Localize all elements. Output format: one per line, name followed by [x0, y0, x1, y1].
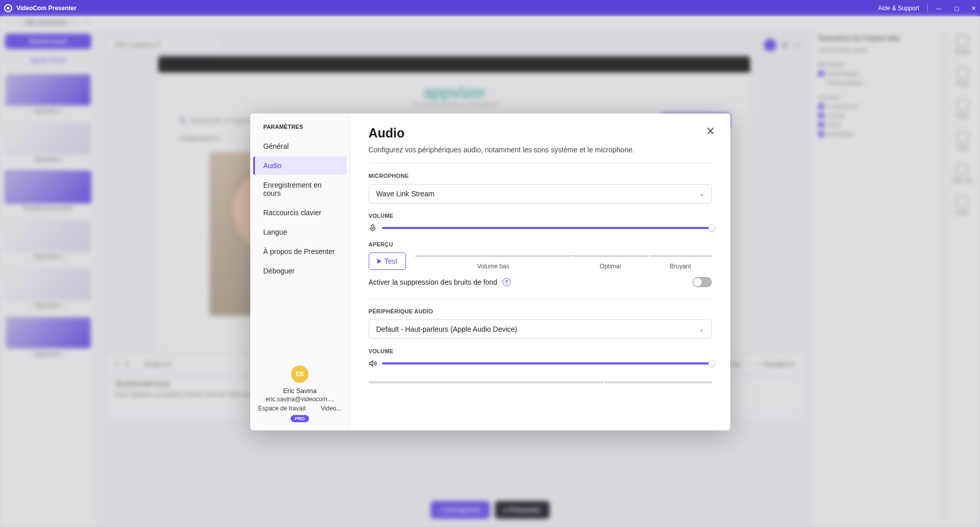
app-title: VideoCom Presenter [16, 5, 77, 12]
settings-sidebar: PARAMÈTRES Général Audio Enregistrement … [250, 113, 350, 430]
speaker-icon [369, 359, 377, 368]
microphone-value: Wave Link Stream [376, 190, 435, 198]
svg-marker-1 [370, 360, 373, 366]
sidebar-item-audio[interactable]: Audio [253, 156, 347, 175]
microphone-label: MICROPHONE [369, 173, 712, 179]
settings-sidebar-head: PARAMÈTRES [250, 113, 350, 137]
microphone-icon [369, 224, 377, 232]
sidebar-item-language[interactable]: Langue [253, 223, 347, 241]
test-button-label: Test [385, 257, 398, 265]
sidebar-item-debug[interactable]: Déboguer [253, 262, 347, 280]
noise-suppression-toggle[interactable] [692, 277, 712, 287]
meter-label-loud: Bruyant [649, 263, 711, 270]
sidebar-item-about[interactable]: À propos de Presenter [253, 242, 347, 261]
app-logo-icon [4, 4, 12, 12]
output-volume-slider[interactable] [382, 362, 712, 364]
divider [369, 163, 712, 164]
content-description: Configurez vos périphériques audio, nota… [369, 146, 712, 154]
close-icon[interactable]: ✕ [706, 125, 715, 138]
sidebar-item-recording[interactable]: Enregistrement en cours [253, 176, 347, 202]
window-maximize-button[interactable]: ▢ [954, 5, 959, 12]
test-button[interactable]: Test [369, 253, 407, 270]
meter-label-low: Volume bas [415, 263, 571, 270]
output-meter [369, 377, 712, 388]
output-volume-label: VOLUME [369, 348, 712, 354]
sidebar-item-shortcuts[interactable]: Raccourcis clavier [253, 203, 347, 222]
help-support-link[interactable]: Aide & Support [878, 5, 919, 12]
settings-modal-overlay: PARAMÈTRES Général Audio Enregistrement … [0, 16, 980, 527]
chevron-down-icon: ⌄ [699, 326, 704, 333]
window-minimize-button[interactable]: — [936, 5, 942, 12]
workspace-label: Espace de travail: [258, 405, 307, 412]
slider-thumb[interactable] [708, 224, 715, 232]
microphone-select[interactable]: Wave Link Stream ⌄ [369, 184, 712, 203]
content-title: Audio [369, 126, 712, 141]
svg-rect-0 [372, 224, 374, 228]
chevron-down-icon: ⌄ [699, 190, 704, 197]
pro-badge: PRO [291, 415, 309, 422]
sidebar-item-general[interactable]: Général [253, 137, 347, 155]
settings-content: ✕ Audio Configurez vos périphériques aud… [350, 113, 730, 430]
volume-meter [415, 253, 711, 260]
audio-device-label: PÉRIPHÉRIQUE AUDIO [369, 308, 712, 314]
user-email: eric.savina@videocom.... [258, 396, 342, 403]
meter-label-optimal: Optimal [571, 263, 650, 270]
user-name: Eric Savina [258, 387, 342, 395]
titlebar: VideoCom Presenter Aide & Support — ▢ ✕ [0, 0, 980, 16]
play-icon [377, 259, 381, 264]
sidebar-user-footer: ES Eric Savina eric.savina@videocom.... … [250, 357, 350, 430]
audio-device-value: Default - Haut-parleurs (Apple Audio Dev… [376, 325, 517, 333]
audio-device-select[interactable]: Default - Haut-parleurs (Apple Audio Dev… [369, 319, 712, 339]
slider-thumb[interactable] [708, 360, 715, 367]
divider [369, 299, 712, 299]
preview-label: APERÇU [369, 241, 712, 247]
mic-volume-label: VOLUME [369, 213, 712, 219]
window-close-button[interactable]: ✕ [971, 5, 976, 12]
help-icon[interactable]: ? [503, 278, 511, 286]
user-avatar: ES [291, 365, 308, 383]
mic-volume-slider[interactable] [382, 227, 712, 229]
noise-suppression-label: Activer la suppression des bruits de fon… [369, 278, 497, 286]
workspace-value: Video... [321, 405, 341, 412]
settings-modal: PARAMÈTRES Général Audio Enregistrement … [250, 113, 730, 430]
